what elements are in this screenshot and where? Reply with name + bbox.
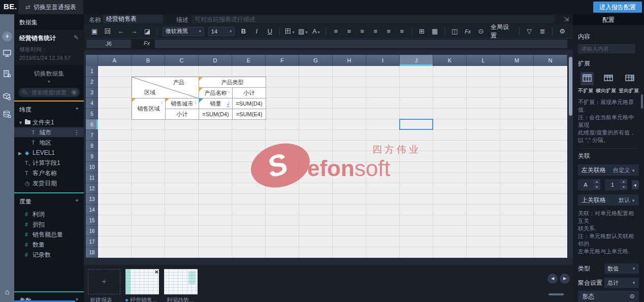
font-size-select[interactable]: 14▾ [208,27,235,36]
expand-option-none[interactable] [578,72,596,85]
switch-to-normal-report-tab[interactable]: ⇄切换至普通报表 [18,0,83,14]
dashboard-icon[interactable] [0,50,14,57]
row-header-7[interactable]: 7 [86,130,98,141]
row-header-5[interactable]: 5 [86,109,98,119]
save-icon[interactable]: ▣ [89,27,100,35]
cell-D4[interactable]: 销量↓Σ [199,98,233,109]
chevron-down-icon[interactable]: ▾ [14,79,84,84]
grid-corner[interactable] [86,55,98,66]
stepper-down-icon[interactable]: ▼ [593,185,600,190]
measure-item-折扣[interactable]: #折扣 [14,219,84,229]
column-header-G[interactable]: G [299,55,333,66]
sheetbar-scrollbar-thumb[interactable] [549,293,564,295]
link-icon[interactable]: ⊙ [476,27,486,35]
fx-insert-button[interactable]: Fx [463,28,473,35]
vertical-scrollbar-thumb[interactable] [569,57,572,116]
dimension-item-发货日期[interactable]: ◷发货日期 [14,178,84,188]
measure-item-记录数[interactable]: #记录数 [14,250,84,260]
split-cell-icon[interactable]: ◫ [449,27,460,35]
config-scrollbar-thumb[interactable] [641,94,643,109]
vertical-scrollbar[interactable] [568,56,573,258]
report-desc-input[interactable] [191,15,555,23]
sheet-thumbnail[interactable] [164,269,198,294]
measure-item-利润[interactable]: #利润 [14,209,84,219]
row-header-1[interactable]: 1 [86,66,98,77]
row-header-17[interactable]: 17 [86,237,98,247]
dimension-item-LEVEL1[interactable]: ▶◆LEVEL1 [14,148,84,158]
valign-top-icon[interactable]: ≡ [370,27,380,35]
sheet-label[interactable]: 利润趋势... [167,296,194,302]
cell-E4[interactable]: =SUM(D4) [232,98,266,109]
filter-icon[interactable]: ▽ [524,27,534,35]
redo-icon[interactable]: → [129,27,139,35]
underline-button[interactable]: U [265,27,275,35]
measure-item-销售额总量[interactable]: #销售额总量 [14,229,84,240]
new-report-thumbnail[interactable]: + [88,269,120,294]
cube-settings-icon[interactable] [0,93,14,100]
column-header-E[interactable]: E [232,55,266,66]
expand-label-vertical[interactable]: 竖向扩展 [619,87,639,94]
expand-option-horizontal[interactable] [599,72,618,85]
expand-icon[interactable]: ⇲ [564,16,569,23]
switch-dataset-button[interactable]: 切换数据集 [14,66,84,79]
borders-icon[interactable]: 田▾ [284,27,295,36]
sheet-thumbnail-active[interactable]: × [125,269,159,294]
expand-label-horizontal[interactable]: 横向扩展 [596,87,616,94]
row-header-16[interactable]: 16 [86,226,98,237]
table-grid-icon[interactable]: ▦ [430,27,440,35]
home-icon[interactable]: ⌂ [0,287,14,296]
row-header-6[interactable]: 6 [86,119,98,130]
enter-report-config-button[interactable]: 进入报告配置 [593,2,642,13]
row-header-10[interactable]: 10 [86,162,98,173]
cell-E3[interactable]: 小计 [232,87,266,98]
cell-D3[interactable]: 产品名称→ [199,87,233,98]
column-header-L[interactable]: L [467,55,500,66]
column-header-H[interactable]: H [333,55,366,66]
selected-cell-J6[interactable] [399,119,433,130]
dataset-edit-icon[interactable]: ✎ [74,34,79,41]
chevron-right-icon[interactable]: ▶ [18,148,25,158]
expand-option-vertical[interactable] [621,72,639,85]
undo-icon[interactable]: ← [116,27,126,35]
global-settings-button[interactable]: 全局设置 [491,23,513,40]
stepper-up-icon[interactable]: ▲ [593,179,600,184]
dimension-item-文件夹1[interactable]: ▼文件夹1 [14,117,84,127]
cell-E5[interactable]: =SUM(E4) [232,109,266,120]
fill-color-icon[interactable]: ▨▾ [298,27,308,35]
italic-button[interactable]: I [251,27,262,35]
row-header-13[interactable]: 13 [86,194,98,205]
row-header-15[interactable]: 15 [86,215,98,226]
cell-C5[interactable]: 小计 [165,109,199,120]
more-menu-icon[interactable]: ⋮ [74,127,80,138]
new-report-label[interactable]: 新建报表 [90,296,112,302]
measure-item-数量[interactable]: #数量 [14,240,84,250]
column-header-C[interactable]: C [165,55,199,66]
grid-cells[interactable]: S 四方伟业 efonsoft 产品区域产品类型产品名称→小计销售区域↓销售城市… [98,66,567,258]
row-header-2[interactable]: 2 [86,77,98,87]
stepper-down-icon[interactable]: ▼ [620,185,627,190]
column-stepper-value[interactable]: A [578,179,593,190]
row-header-9[interactable]: 9 [86,151,98,162]
row-header-8[interactable]: 8 [86,141,98,151]
dimension-item-城市[interactable]: T城市⋮ [14,127,84,138]
dimension-item-地区[interactable]: T地区 [14,138,84,148]
clear-format-icon[interactable]: ◪ [142,27,152,35]
search-input[interactable] [30,88,71,96]
cursor-pick-button[interactable]: ➤ [632,180,639,189]
formula-input[interactable] [155,40,567,48]
clear-search-icon[interactable]: × [71,89,77,95]
row-header-4[interactable]: 4 [86,98,98,109]
report-name-input[interactable] [103,15,163,23]
add-param-button[interactable]: + [75,296,79,302]
content-input[interactable] [578,44,635,53]
font-family-select[interactable]: 微软雅黑▾ [163,27,204,36]
close-icon[interactable]: × [154,268,158,276]
column-header-N[interactable]: N [534,55,567,66]
expand-label-none[interactable]: 不扩展 [578,87,593,94]
prev-sheet-button[interactable]: ◀ [548,274,558,284]
aggregation-select[interactable]: 总计▼ [604,278,639,288]
config-button-形态[interactable]: 形态⚙ [578,291,639,302]
settings-gear-icon[interactable]: ⚙ [557,27,567,35]
cell-reference-box[interactable]: J6 [86,40,131,48]
cell-B4[interactable]: 销售区域↓ [132,98,166,120]
